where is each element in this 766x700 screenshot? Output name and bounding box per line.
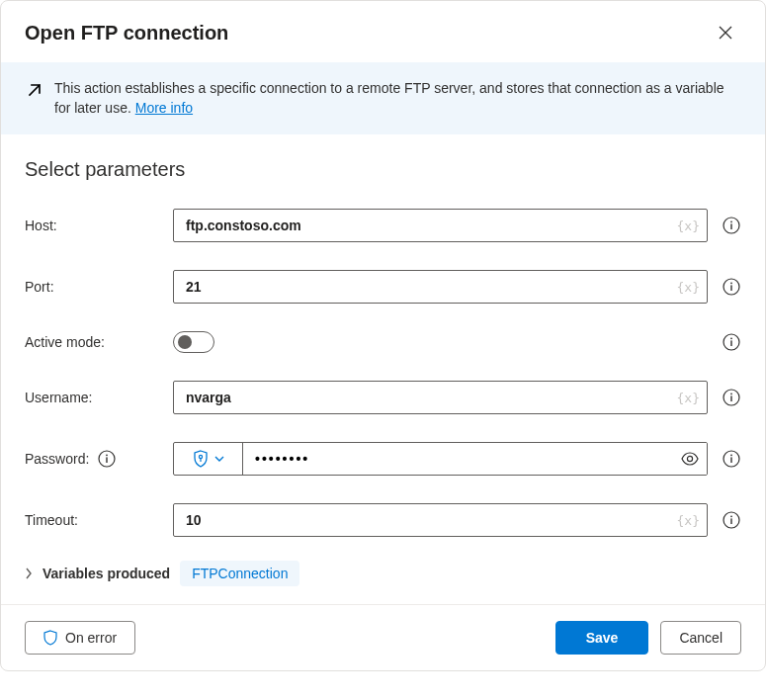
svg-point-21 <box>730 515 732 517</box>
row-port: Port: {x} <box>25 256 741 317</box>
svg-point-16 <box>687 456 692 461</box>
dialog-body: Select parameters Host: {x} Port: {x} <box>1 134 765 604</box>
row-active-mode: Active mode: <box>25 317 741 367</box>
save-button[interactable]: Save <box>555 621 649 655</box>
svg-point-18 <box>730 454 732 456</box>
dialog-open-ftp-connection: Open FTP connection This action establis… <box>0 0 766 671</box>
label-username: Username: <box>25 390 173 405</box>
svg-rect-8 <box>730 340 731 346</box>
svg-rect-19 <box>730 457 731 463</box>
on-error-button[interactable]: On error <box>25 621 135 655</box>
label-active-mode: Active mode: <box>25 334 173 350</box>
label-timeout: Timeout: <box>25 512 173 528</box>
arrow-up-right-icon <box>25 78 44 119</box>
svg-point-1 <box>730 220 732 222</box>
info-banner: This action establishes a specific conne… <box>1 62 765 134</box>
info-icon-active-mode[interactable] <box>722 332 741 352</box>
dialog-title: Open FTP connection <box>25 22 228 44</box>
toggle-knob <box>178 335 192 349</box>
label-password-text: Password: <box>25 451 89 467</box>
chevron-down-icon <box>214 456 224 462</box>
close-icon <box>719 26 732 40</box>
cancel-button[interactable]: Cancel <box>660 621 741 655</box>
variable-pill-ftpconnection[interactable]: FTPConnection <box>180 561 299 586</box>
on-error-label: On error <box>65 630 117 646</box>
username-input[interactable] <box>173 381 708 414</box>
active-mode-toggle[interactable] <box>173 331 214 353</box>
password-control <box>173 442 708 476</box>
password-mode-dropdown[interactable] <box>174 443 243 475</box>
svg-rect-14 <box>107 457 108 463</box>
expand-variables-chevron[interactable] <box>25 568 33 579</box>
info-icon-password-label[interactable] <box>97 449 117 469</box>
info-icon-port[interactable] <box>722 277 741 297</box>
label-port: Port: <box>25 279 173 295</box>
chevron-right-icon <box>25 568 33 579</box>
port-input[interactable] <box>173 270 708 304</box>
info-icon-host[interactable] <box>722 216 741 235</box>
svg-rect-11 <box>730 395 731 401</box>
timeout-input[interactable] <box>173 503 708 537</box>
svg-point-10 <box>730 393 732 394</box>
info-icon-timeout[interactable] <box>722 510 741 530</box>
svg-rect-22 <box>730 518 731 524</box>
svg-rect-5 <box>730 285 731 291</box>
label-host: Host: <box>25 218 173 233</box>
host-input[interactable] <box>173 209 708 242</box>
row-host: Host: {x} <box>25 195 741 256</box>
svg-rect-2 <box>730 223 731 229</box>
eye-icon <box>681 452 699 466</box>
info-icon-username[interactable] <box>722 388 741 407</box>
show-password-button[interactable] <box>681 452 699 466</box>
more-info-link[interactable]: More info <box>135 100 193 116</box>
label-password: Password: <box>25 449 173 469</box>
info-icon-password[interactable] <box>722 449 741 469</box>
svg-point-7 <box>730 337 732 339</box>
svg-point-13 <box>106 454 108 456</box>
row-password: Password: <box>25 428 741 489</box>
password-input[interactable] <box>243 443 707 475</box>
row-timeout: Timeout: {x} <box>25 489 741 551</box>
shield-icon <box>193 450 209 468</box>
banner-text: This action establishes a specific conne… <box>54 78 741 119</box>
dialog-header: Open FTP connection <box>1 1 765 62</box>
svg-point-4 <box>730 282 732 284</box>
section-title: Select parameters <box>25 158 741 181</box>
variables-produced-row: Variables produced FTPConnection <box>25 551 741 592</box>
close-button[interactable] <box>710 17 741 48</box>
shield-outline-icon <box>43 630 57 646</box>
dialog-footer: On error Save Cancel <box>1 604 765 670</box>
svg-point-15 <box>199 455 202 458</box>
row-username: Username: {x} <box>25 367 741 428</box>
variables-produced-label: Variables produced <box>43 566 170 581</box>
